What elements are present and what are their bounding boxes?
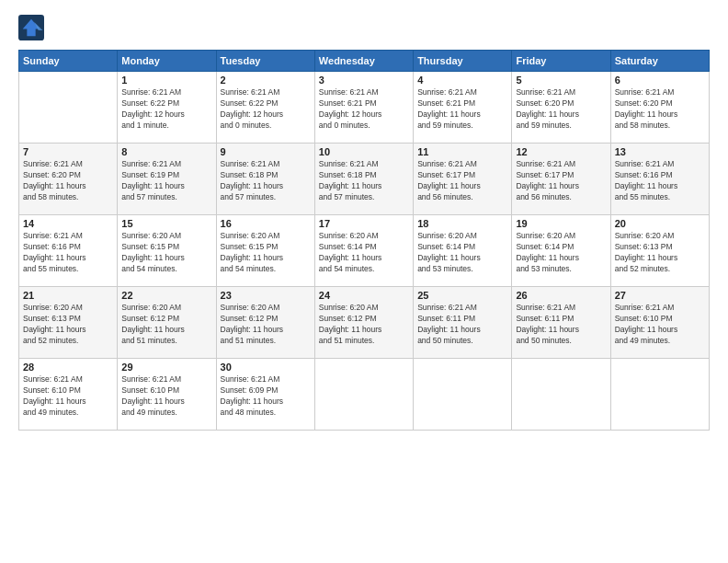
day-number: 25 bbox=[417, 290, 507, 301]
day-info: Sunrise: 6:20 AM Sunset: 6:15 PM Dayligh… bbox=[121, 231, 211, 275]
day-cell bbox=[512, 359, 610, 431]
day-cell: 7Sunrise: 6:21 AM Sunset: 6:20 PM Daylig… bbox=[19, 144, 118, 215]
day-number: 19 bbox=[516, 218, 606, 229]
day-info: Sunrise: 6:21 AM Sunset: 6:20 PM Dayligh… bbox=[615, 87, 705, 132]
day-number: 28 bbox=[23, 362, 113, 373]
day-info: Sunrise: 6:20 AM Sunset: 6:13 PM Dayligh… bbox=[615, 231, 705, 275]
day-cell: 29Sunrise: 6:21 AM Sunset: 6:10 PM Dayli… bbox=[118, 359, 216, 431]
day-info: Sunrise: 6:21 AM Sunset: 6:18 PM Dayligh… bbox=[319, 159, 409, 203]
day-number: 29 bbox=[121, 362, 211, 373]
day-info: Sunrise: 6:21 AM Sunset: 6:21 PM Dayligh… bbox=[319, 87, 409, 132]
week-row-5: 28Sunrise: 6:21 AM Sunset: 6:10 PM Dayli… bbox=[19, 359, 710, 431]
day-cell: 5Sunrise: 6:21 AM Sunset: 6:20 PM Daylig… bbox=[512, 72, 610, 144]
day-number: 22 bbox=[121, 290, 211, 301]
day-cell bbox=[314, 359, 413, 431]
col-header-thursday: Thursday bbox=[414, 51, 512, 72]
day-number: 7 bbox=[23, 146, 113, 157]
day-info: Sunrise: 6:21 AM Sunset: 6:17 PM Dayligh… bbox=[417, 159, 507, 203]
day-info: Sunrise: 6:21 AM Sunset: 6:16 PM Dayligh… bbox=[615, 159, 705, 203]
day-cell: 14Sunrise: 6:21 AM Sunset: 6:16 PM Dayli… bbox=[19, 215, 118, 287]
day-info: Sunrise: 6:21 AM Sunset: 6:11 PM Dayligh… bbox=[516, 303, 606, 347]
day-info: Sunrise: 6:21 AM Sunset: 6:10 PM Dayligh… bbox=[615, 303, 705, 347]
calendar-table: SundayMondayTuesdayWednesdayThursdayFrid… bbox=[18, 50, 710, 431]
page: SundayMondayTuesdayWednesdayThursdayFrid… bbox=[0, 0, 728, 563]
day-number: 15 bbox=[121, 218, 211, 229]
logo bbox=[18, 15, 48, 40]
day-cell: 19Sunrise: 6:20 AM Sunset: 6:14 PM Dayli… bbox=[512, 215, 610, 287]
day-info: Sunrise: 6:20 AM Sunset: 6:15 PM Dayligh… bbox=[221, 231, 311, 275]
day-cell: 2Sunrise: 6:21 AM Sunset: 6:22 PM Daylig… bbox=[216, 72, 314, 144]
day-number: 13 bbox=[615, 146, 705, 157]
day-cell: 10Sunrise: 6:21 AM Sunset: 6:18 PM Dayli… bbox=[314, 144, 413, 215]
day-number: 10 bbox=[319, 146, 409, 157]
day-cell: 13Sunrise: 6:21 AM Sunset: 6:16 PM Dayli… bbox=[610, 144, 709, 215]
day-number: 12 bbox=[516, 146, 606, 157]
day-info: Sunrise: 6:21 AM Sunset: 6:21 PM Dayligh… bbox=[417, 87, 507, 132]
day-info: Sunrise: 6:20 AM Sunset: 6:14 PM Dayligh… bbox=[516, 231, 606, 275]
day-number: 27 bbox=[615, 290, 705, 301]
day-cell: 22Sunrise: 6:20 AM Sunset: 6:12 PM Dayli… bbox=[118, 287, 216, 359]
day-cell bbox=[19, 72, 118, 144]
day-number: 4 bbox=[417, 75, 507, 86]
day-info: Sunrise: 6:21 AM Sunset: 6:20 PM Dayligh… bbox=[516, 87, 606, 132]
col-header-wednesday: Wednesday bbox=[314, 51, 413, 72]
day-cell: 21Sunrise: 6:20 AM Sunset: 6:13 PM Dayli… bbox=[19, 287, 118, 359]
day-number: 8 bbox=[121, 146, 211, 157]
header bbox=[18, 15, 710, 40]
day-cell: 30Sunrise: 6:21 AM Sunset: 6:09 PM Dayli… bbox=[216, 359, 314, 431]
day-number: 20 bbox=[615, 218, 705, 229]
col-header-friday: Friday bbox=[512, 51, 610, 72]
day-cell: 3Sunrise: 6:21 AM Sunset: 6:21 PM Daylig… bbox=[314, 72, 413, 144]
day-number: 21 bbox=[23, 290, 113, 301]
day-cell: 4Sunrise: 6:21 AM Sunset: 6:21 PM Daylig… bbox=[414, 72, 512, 144]
day-cell: 6Sunrise: 6:21 AM Sunset: 6:20 PM Daylig… bbox=[610, 72, 709, 144]
day-info: Sunrise: 6:20 AM Sunset: 6:12 PM Dayligh… bbox=[121, 303, 211, 347]
day-info: Sunrise: 6:20 AM Sunset: 6:14 PM Dayligh… bbox=[417, 231, 507, 275]
week-row-2: 7Sunrise: 6:21 AM Sunset: 6:20 PM Daylig… bbox=[19, 144, 710, 215]
day-cell: 26Sunrise: 6:21 AM Sunset: 6:11 PM Dayli… bbox=[512, 287, 610, 359]
day-cell: 9Sunrise: 6:21 AM Sunset: 6:18 PM Daylig… bbox=[216, 144, 314, 215]
day-cell: 12Sunrise: 6:21 AM Sunset: 6:17 PM Dayli… bbox=[512, 144, 610, 215]
day-cell: 25Sunrise: 6:21 AM Sunset: 6:11 PM Dayli… bbox=[414, 287, 512, 359]
day-number: 1 bbox=[121, 75, 211, 86]
day-number: 24 bbox=[319, 290, 409, 301]
day-info: Sunrise: 6:20 AM Sunset: 6:12 PM Dayligh… bbox=[221, 303, 311, 347]
col-header-monday: Monday bbox=[118, 51, 216, 72]
day-cell: 27Sunrise: 6:21 AM Sunset: 6:10 PM Dayli… bbox=[610, 287, 709, 359]
day-number: 2 bbox=[221, 75, 311, 86]
day-cell: 15Sunrise: 6:20 AM Sunset: 6:15 PM Dayli… bbox=[118, 215, 216, 287]
day-info: Sunrise: 6:20 AM Sunset: 6:14 PM Dayligh… bbox=[319, 231, 409, 275]
day-cell: 28Sunrise: 6:21 AM Sunset: 6:10 PM Dayli… bbox=[19, 359, 118, 431]
day-info: Sunrise: 6:20 AM Sunset: 6:13 PM Dayligh… bbox=[23, 303, 113, 347]
day-number: 18 bbox=[417, 218, 507, 229]
day-info: Sunrise: 6:21 AM Sunset: 6:09 PM Dayligh… bbox=[221, 374, 311, 419]
day-info: Sunrise: 6:21 AM Sunset: 6:16 PM Dayligh… bbox=[23, 231, 113, 275]
day-number: 6 bbox=[615, 75, 705, 86]
day-cell bbox=[610, 359, 709, 431]
day-cell: 1Sunrise: 6:21 AM Sunset: 6:22 PM Daylig… bbox=[118, 72, 216, 144]
logo-icon bbox=[18, 15, 44, 40]
week-row-4: 21Sunrise: 6:20 AM Sunset: 6:13 PM Dayli… bbox=[19, 287, 710, 359]
day-number: 14 bbox=[23, 218, 113, 229]
col-header-tuesday: Tuesday bbox=[216, 51, 314, 72]
day-cell bbox=[414, 359, 512, 431]
day-number: 30 bbox=[221, 362, 311, 373]
day-cell: 23Sunrise: 6:20 AM Sunset: 6:12 PM Dayli… bbox=[216, 287, 314, 359]
col-header-sunday: Sunday bbox=[19, 51, 118, 72]
day-number: 11 bbox=[417, 146, 507, 157]
day-number: 23 bbox=[221, 290, 311, 301]
day-number: 9 bbox=[221, 146, 311, 157]
day-info: Sunrise: 6:21 AM Sunset: 6:22 PM Dayligh… bbox=[221, 87, 311, 132]
day-cell: 16Sunrise: 6:20 AM Sunset: 6:15 PM Dayli… bbox=[216, 215, 314, 287]
day-info: Sunrise: 6:21 AM Sunset: 6:17 PM Dayligh… bbox=[516, 159, 606, 203]
day-info: Sunrise: 6:21 AM Sunset: 6:11 PM Dayligh… bbox=[417, 303, 507, 347]
day-number: 16 bbox=[221, 218, 311, 229]
day-number: 3 bbox=[319, 75, 409, 86]
day-info: Sunrise: 6:21 AM Sunset: 6:10 PM Dayligh… bbox=[23, 374, 113, 419]
day-number: 5 bbox=[516, 75, 606, 86]
day-cell: 11Sunrise: 6:21 AM Sunset: 6:17 PM Dayli… bbox=[414, 144, 512, 215]
day-info: Sunrise: 6:21 AM Sunset: 6:20 PM Dayligh… bbox=[23, 159, 113, 203]
day-info: Sunrise: 6:21 AM Sunset: 6:22 PM Dayligh… bbox=[121, 87, 211, 132]
col-header-saturday: Saturday bbox=[610, 51, 709, 72]
day-info: Sunrise: 6:21 AM Sunset: 6:19 PM Dayligh… bbox=[121, 159, 211, 203]
